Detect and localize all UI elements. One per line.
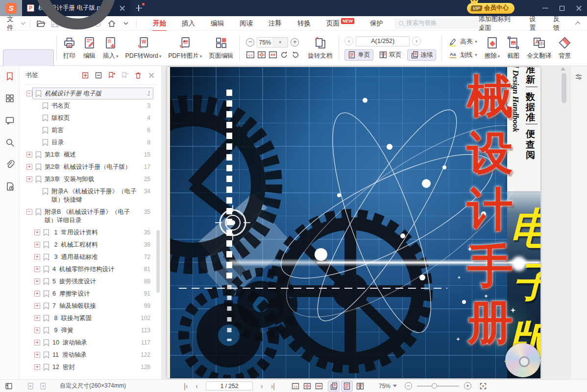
bookmark-item[interactable]: +11 滑动轴承122 — [20, 349, 161, 361]
fit-page-icon[interactable] — [303, 382, 311, 390]
expand-icon[interactable]: + — [34, 254, 40, 260]
next-page-button[interactable]: › — [412, 37, 421, 46]
page-grid-button[interactable]: 页面编辑 — [205, 33, 237, 64]
translate-button[interactable]: A中全文翻译 — [523, 33, 555, 64]
expand-icon[interactable]: + — [34, 278, 40, 284]
next-view-icon[interactable] — [39, 382, 47, 390]
close-panel-icon[interactable] — [147, 71, 155, 79]
expand-icon[interactable]: + — [34, 327, 40, 333]
bookmark-item[interactable]: + 8 联接与紧固102 — [20, 312, 161, 324]
ribbon-tab-注释[interactable]: 注释 — [268, 17, 282, 30]
insert-doc-button[interactable]: 插入▾ — [99, 33, 122, 64]
bookmark-item[interactable]: + 3 通用基础标准72 — [20, 251, 161, 263]
next-page-button[interactable]: › — [261, 382, 263, 390]
bookmark-item[interactable]: −机械设计手册 电子版1 — [20, 88, 161, 100]
hand-tool[interactable]: 手型 — [3, 0, 54, 47]
display-settings-icon[interactable] — [575, 73, 583, 81]
sidebar-history-icon[interactable] — [5, 182, 15, 191]
scroll-up-icon[interactable] — [561, 67, 565, 70]
sidebar-thumbnails-icon[interactable] — [5, 93, 15, 103]
settings-menu[interactable]: 设置 — [530, 15, 540, 32]
rotate-document-button[interactable]: 旋转文档 — [304, 33, 336, 64]
expand-icon[interactable]: + — [26, 152, 32, 158]
bookmark-item[interactable]: 目录8 — [20, 137, 161, 149]
view-mode-continuous[interactable]: 连续 — [407, 49, 436, 61]
sidebar-search-icon[interactable] — [5, 138, 15, 147]
edit-doc-button[interactable]: 编辑 — [79, 33, 99, 64]
ribbon-tab-页面[interactable]: 页面NEW — [326, 17, 355, 30]
bookmark-item[interactable]: +10 滚动轴承117 — [20, 337, 161, 349]
eraser-button[interactable]: 擦除▾ — [481, 33, 504, 64]
expand-icon[interactable]: + — [34, 291, 40, 297]
sidebar-comment-icon[interactable] — [5, 115, 15, 125]
add-group-icon[interactable] — [81, 71, 89, 79]
bookmark-item[interactable]: +7 轴及轴毂联接99 — [20, 300, 161, 312]
zoom-level-select[interactable]: 75% — [379, 383, 397, 390]
delete-icon[interactable] — [134, 71, 142, 79]
bookmark-item[interactable]: +5 疲劳强度设计88 — [20, 276, 161, 288]
pdf-to-word-button[interactable]: WPDF转Word▾ — [122, 33, 165, 64]
ribbon-tab-编辑[interactable]: 编辑 — [210, 17, 224, 30]
expand-icon[interactable]: + — [26, 176, 32, 182]
page-number-field[interactable]: A(1/252) — [356, 36, 410, 46]
bookmark-item[interactable]: 书名页3 — [20, 100, 161, 112]
ribbon-tab-插入[interactable]: 插入 — [181, 17, 196, 30]
one-to-one-icon[interactable]: 1:1 — [246, 50, 255, 59]
zoom-in-button[interactable]: + — [291, 38, 299, 46]
bookmark-item[interactable]: +12 密封126 — [20, 361, 161, 373]
rotate-cw-icon[interactable] — [291, 50, 300, 59]
sidebar-attachment-icon[interactable] — [5, 160, 15, 169]
sidebar-bookmark-icon[interactable] — [5, 71, 15, 81]
fit-width-icon[interactable] — [315, 382, 323, 390]
last-page-button[interactable]: ›| — [271, 382, 275, 390]
bookmark-item[interactable]: +第2章 机械设计手册（电子版）17 — [20, 161, 161, 173]
pdf-to-image-button[interactable]: PDF转图片▾ — [165, 33, 205, 64]
panel-scrollbar[interactable] — [156, 230, 160, 293]
highlight-button[interactable]: 高亮▾ — [448, 37, 477, 46]
document-scrollbar[interactable] — [562, 73, 566, 103]
bookmark-item[interactable]: +4 机械零部件结构设计81 — [20, 263, 161, 276]
zoom-slider[interactable] — [417, 383, 459, 390]
add-bookmark-icon[interactable] — [108, 71, 116, 79]
zoom-out-button[interactable]: − — [246, 38, 254, 46]
expand-icon[interactable]: + — [34, 303, 40, 309]
snapshot-button[interactable]: 截图 — [503, 33, 523, 64]
fit-page-icon[interactable] — [257, 50, 266, 59]
expand-icon[interactable]: + — [26, 164, 32, 170]
view-mode-double-page[interactable]: 双页 — [376, 49, 405, 61]
rotate-ccw-icon[interactable] — [280, 50, 289, 59]
ribbon-tab-阅读[interactable]: 阅读 — [239, 17, 253, 30]
fit-width-icon[interactable] — [269, 50, 277, 59]
add-desktop-shortcut[interactable]: 添加图标到桌面 — [479, 15, 517, 32]
collapse-ribbon-icon[interactable] — [575, 22, 581, 27]
ribbon-tab-保护[interactable]: 保护 — [369, 17, 384, 30]
collapse-all-icon[interactable] — [95, 71, 102, 79]
page-number-input[interactable]: 1 / 252 — [206, 381, 253, 391]
pdf-page[interactable]: l Design Handbook 准新 数据准 便查阅 械设计手册 电 子 版 — [167, 67, 540, 378]
zoom-out-button[interactable]: − — [405, 382, 412, 390]
ribbon-tab-开始[interactable]: 开始 — [152, 17, 167, 30]
fullscreen-icon[interactable] — [479, 382, 487, 390]
bookmark-item[interactable]: 前言6 — [20, 124, 161, 137]
maximize-button[interactable] — [554, 0, 570, 16]
background-button[interactable]: 背景 — [555, 33, 575, 64]
close-button[interactable] — [570, 0, 587, 16]
bookmark-item[interactable]: 版权页4 — [20, 112, 161, 124]
underline-button[interactable]: Aa划线▾ — [448, 50, 477, 60]
view-mode-single-page[interactable] — [341, 381, 353, 392]
slider-knob[interactable] — [432, 383, 437, 389]
vip-center-button[interactable]: VIP 会员中心 — [467, 3, 514, 14]
expand-icon[interactable]: + — [34, 352, 40, 358]
bookmark-item[interactable]: + 2 机械工程材料39 — [20, 239, 161, 251]
expand-icon[interactable]: + — [34, 242, 40, 248]
one-to-one-icon[interactable]: 1:1 — [292, 382, 299, 390]
first-page-button[interactable]: |‹ — [184, 382, 188, 390]
bookmark-item[interactable]: +6 摩擦学设计91 — [20, 288, 161, 300]
previous-page-button[interactable]: ‹ — [344, 37, 353, 46]
bookmark-item[interactable]: +第1章 概述15 — [20, 149, 161, 161]
expand-icon[interactable]: + — [34, 266, 40, 272]
zoom-in-button[interactable]: + — [464, 382, 471, 390]
collapse-icon[interactable]: − — [26, 209, 32, 215]
collapse-icon[interactable]: − — [26, 91, 32, 96]
expand-icon[interactable]: + — [34, 340, 40, 346]
